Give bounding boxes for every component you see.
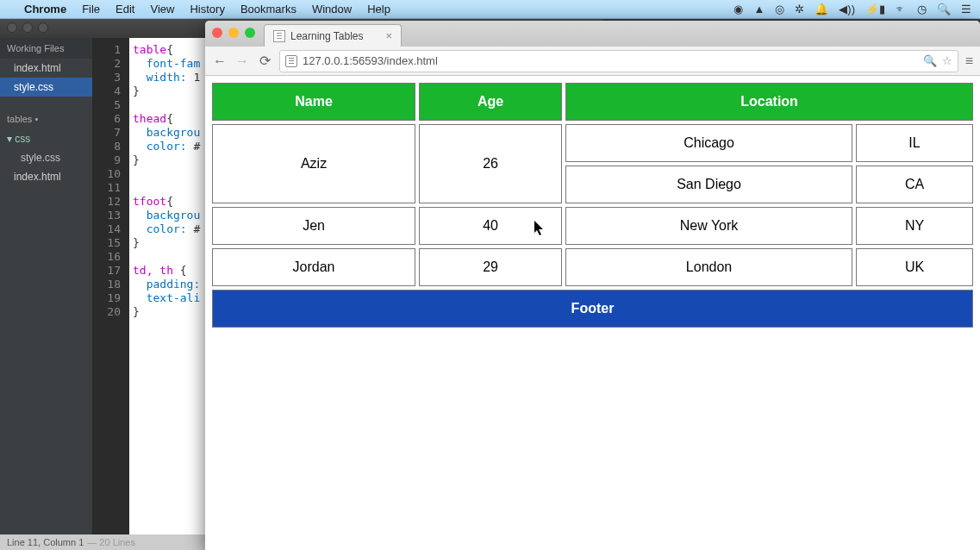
spotlight-icon[interactable]: 🔍 (937, 3, 951, 16)
table-row: Aziz 26 Chicago IL (212, 124, 973, 162)
cell-city: San Diego (565, 166, 852, 203)
table-footer: Footer (212, 290, 973, 328)
chrome-tab-strip: Learning Tables × (205, 21, 980, 47)
cell-region: IL (856, 124, 973, 162)
chrome-min-icon[interactable] (228, 28, 239, 38)
editor-sidebar: Working Files index.html style.css table… (0, 38, 93, 534)
volume-icon[interactable]: ◀)) (839, 3, 855, 16)
menu-icon[interactable]: ☰ (961, 3, 971, 16)
menubar-item-bookmarks[interactable]: Bookmarks (240, 3, 296, 16)
cell-age: 26 (419, 124, 562, 203)
menubar-item-window[interactable]: Window (312, 3, 352, 16)
chrome-window: Learning Tables × ← → ⟳ 127.0.0.1:56593/… (205, 21, 980, 550)
th-location: Location (565, 83, 973, 121)
working-file-style[interactable]: style.css (0, 78, 92, 97)
dropbox-icon[interactable]: ✲ (795, 3, 804, 16)
menubar-item-file[interactable]: File (82, 3, 100, 16)
project-file-index[interactable]: index.html (0, 167, 92, 186)
editor-close-icon[interactable] (7, 22, 17, 33)
cell-region: UK (856, 248, 973, 286)
editor-max-icon[interactable] (38, 22, 48, 33)
clock-icon[interactable]: ◷ (917, 3, 927, 16)
page-icon (285, 55, 297, 67)
cell-age: 40 (419, 207, 562, 245)
wifi-icon[interactable]: ᯤ (896, 3, 907, 16)
reload-button[interactable]: ⟳ (257, 53, 272, 69)
editor-gutter: 1234567891011121314151617181920 (93, 38, 129, 534)
drive-icon[interactable]: ▲ (753, 3, 765, 16)
mac-menubar: Chrome File Edit View History Bookmarks … (0, 0, 980, 19)
table-row: Jordan 29 London UK (212, 248, 973, 286)
forward-button[interactable]: → (234, 53, 250, 69)
menubar-item-view[interactable]: View (150, 3, 174, 16)
menubar-item-history[interactable]: History (190, 3, 224, 16)
th-name: Name (212, 83, 415, 121)
cell-region: CA (856, 166, 973, 203)
menubar-status-icons: ◉ ▲ ◎ ✲ 🔔 ◀)) ⚡▮ ᯤ ◷ 🔍 ☰ (733, 3, 971, 16)
table-head: Name Age Location (212, 83, 973, 121)
project-file-style[interactable]: style.css (0, 148, 92, 167)
project-folder-css[interactable]: ▾ css (0, 129, 92, 148)
address-bar[interactable]: 127.0.0.1:56593/index.html 🔍 ☆ (279, 50, 958, 72)
favicon-icon (273, 30, 285, 42)
menubar-item-help[interactable]: Help (367, 3, 390, 16)
working-files-header: Working Files (0, 38, 92, 59)
battery-icon[interactable]: ⚡▮ (865, 3, 885, 16)
chrome-menu-button[interactable]: ≡ (965, 53, 973, 69)
cc-icon[interactable]: ◎ (775, 3, 784, 16)
tab-close-icon[interactable]: × (385, 29, 392, 42)
record-icon[interactable]: ◉ (733, 3, 743, 16)
cell-region: NY (856, 207, 973, 245)
chrome-toolbar: ← → ⟳ 127.0.0.1:56593/index.html 🔍 ☆ ≡ (205, 47, 980, 76)
url-text: 127.0.0.1:56593/index.html (303, 54, 438, 67)
cell-name: Jordan (212, 248, 415, 286)
cell-name: Jen (212, 207, 415, 245)
zoom-icon[interactable]: 🔍 (923, 54, 937, 67)
th-age: Age (419, 83, 562, 121)
bookmark-icon[interactable]: ☆ (942, 54, 952, 67)
status-cursor-pos: Line 11, Column 1 (7, 537, 84, 547)
table-row: Jen 40 New York NY (212, 207, 973, 245)
chrome-tab[interactable]: Learning Tables × (264, 24, 402, 47)
notifications-icon[interactable]: 🔔 (815, 3, 828, 16)
menubar-appname[interactable]: Chrome (24, 3, 66, 16)
cell-age: 29 (419, 248, 562, 286)
demo-table: Name Age Location Aziz 26 Chicago IL San… (209, 79, 977, 331)
tab-title: Learning Tables (290, 30, 364, 42)
editor-min-icon[interactable] (22, 22, 33, 33)
status-line-count: — 20 Lines (87, 537, 135, 547)
chrome-max-icon[interactable] (245, 28, 255, 38)
cell-city: Chicago (565, 124, 852, 162)
cell-city: London (565, 248, 852, 286)
back-button[interactable]: ← (212, 53, 228, 69)
cell-city: New York (565, 207, 852, 245)
project-header[interactable]: tables • (0, 109, 92, 129)
page-viewport: Name Age Location Aziz 26 Chicago IL San… (205, 76, 980, 550)
chrome-close-icon[interactable] (212, 28, 222, 38)
working-file-index[interactable]: index.html (0, 59, 92, 78)
menubar-item-edit[interactable]: Edit (115, 3, 134, 16)
cell-name: Aziz (212, 124, 415, 203)
